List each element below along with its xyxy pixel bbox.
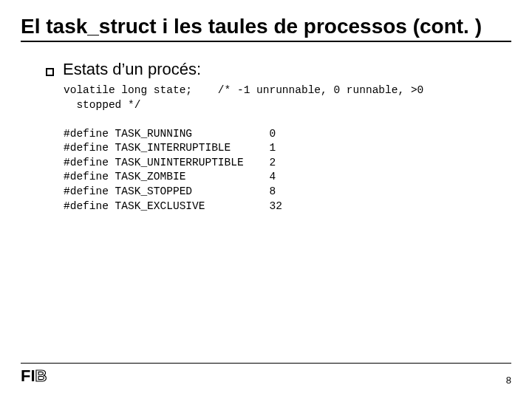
content-area: Estats d’un procés: volatile long state;… (21, 60, 511, 214)
page-number: 8 (506, 375, 511, 386)
logo-solid: FI (21, 366, 35, 385)
bullet-text: Estats d’un procés: (63, 60, 201, 79)
logo-outline: B (35, 366, 47, 385)
footer-row: FIB 8 (21, 366, 511, 386)
title-underline (21, 41, 511, 42)
square-bullet-icon (46, 68, 54, 76)
fib-logo: FIB (21, 366, 47, 386)
slide: El task_struct i les taules de processos… (0, 0, 532, 399)
bullet-item: Estats d’un procés: (46, 60, 511, 79)
footer: FIB 8 (21, 363, 511, 386)
footer-rule (21, 363, 511, 364)
slide-title: El task_struct i les taules de processos… (21, 13, 511, 39)
code-block: volatile long state; /* -1 unrunnable, 0… (64, 83, 511, 214)
